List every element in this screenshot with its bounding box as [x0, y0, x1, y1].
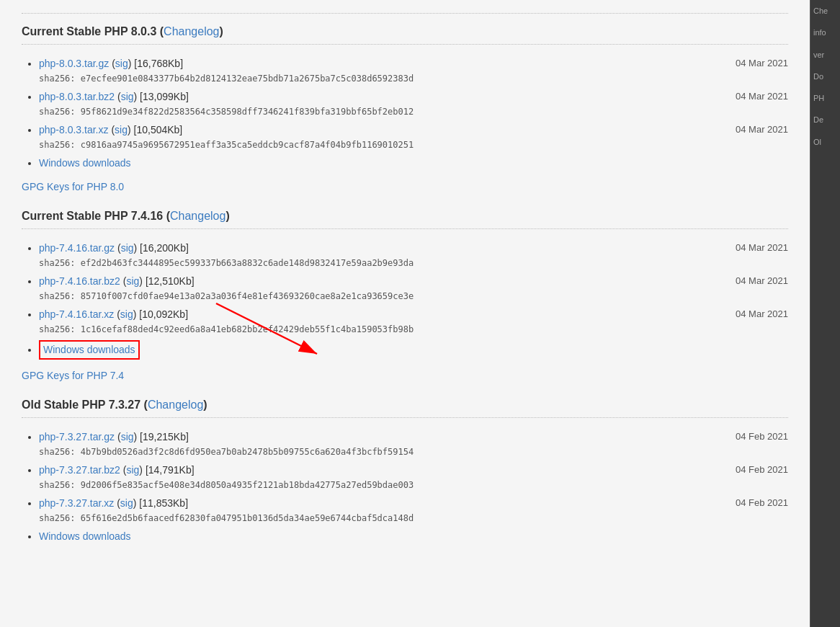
list-item: php-8.0.3.tar.bz2 (sig) [13,099Kb] 04 Ma…	[39, 89, 788, 118]
php7327-tar-bz2-sig-link[interactable]: sig	[126, 464, 139, 476]
php803-tar-xz-link[interactable]: php-8.0.3.tar.xz	[39, 124, 109, 135]
list-item: Windows downloads	[39, 529, 788, 544]
php80-gpg-link[interactable]: GPG Keys for PHP 8.0	[22, 181, 124, 192]
php7327-tar-xz-date: 04 Feb 2021	[736, 496, 788, 510]
php7416-tar-bz2-date: 04 Mar 2021	[736, 274, 788, 288]
php7327-windows-link[interactable]: Windows downloads	[39, 530, 131, 542]
php7416-tar-xz-sha: sha256: 1c16cefaf88ded4c92eed6a8a41eb682…	[39, 323, 788, 336]
sidebar-item-che[interactable]: Che	[813, 6, 837, 16]
php803-tar-gz-sha: sha256: e7ecfee901e0843377b64b2d8124132e…	[39, 72, 788, 85]
php803-tar-xz-date: 04 Mar 2021	[736, 123, 788, 137]
php80-file-list: php-8.0.3.tar.gz (sig) [16,768Kb] 04 Mar…	[22, 56, 788, 171]
sidebar-item-dev[interactable]: De	[813, 115, 837, 125]
php7327-tar-gz-sig-link[interactable]: sig	[121, 431, 134, 443]
php80-title: Current Stable PHP 8.0.3 (Changelog)	[22, 25, 788, 38]
php74-section: Current Stable PHP 7.4.16 (Changelog) ph…	[22, 210, 788, 384]
php7327-tar-xz-sha: sha256: 65f616e2d5b6faacedf62830fa047951…	[39, 512, 788, 525]
php7327-tar-gz-link[interactable]: php-7.3.27.tar.gz	[39, 431, 115, 443]
list-item: php-8.0.3.tar.gz (sig) [16,768Kb] 04 Mar…	[39, 56, 788, 85]
sidebar-item-old[interactable]: Ol	[813, 137, 837, 147]
list-item: php-8.0.3.tar.xz (sig) [10,504Kb] 04 Mar…	[39, 123, 788, 151]
list-item: php-7.4.16.tar.bz2 (sig) [12,510Kb] 04 M…	[39, 274, 788, 303]
php7327-tar-xz-link[interactable]: php-7.3.27.tar.xz	[39, 497, 114, 509]
php803-tar-bz2-sha: sha256: 95f8621d9e34f822d2583564c358598d…	[39, 105, 788, 118]
php7416-tar-bz2-sig-link[interactable]: sig	[126, 275, 139, 287]
php7327-tar-bz2-link[interactable]: php-7.3.27.tar.bz2	[39, 464, 120, 476]
php803-tar-gz-link[interactable]: php-8.0.3.tar.gz	[39, 58, 109, 69]
php803-windows-link[interactable]: Windows downloads	[39, 157, 131, 169]
php803-tar-xz-sig-link[interactable]: sig	[115, 124, 128, 135]
sidebar-item-ver[interactable]: ver	[813, 50, 837, 60]
php74-title: Current Stable PHP 7.4.16 (Changelog)	[22, 210, 788, 223]
php7327-tar-xz-sig-link[interactable]: sig	[120, 497, 133, 509]
php73-file-list: php-7.3.27.tar.gz (sig) [19,215Kb] 04 Fe…	[22, 430, 788, 544]
php7416-tar-gz-date: 04 Mar 2021	[736, 241, 788, 255]
php7327-tar-bz2-sha: sha256: 9d2006f5e835acf5e408e34d8050a493…	[39, 479, 788, 492]
php7416-tar-gz-link[interactable]: php-7.4.16.tar.gz	[39, 242, 115, 254]
php803-tar-gz-sig-link[interactable]: sig	[115, 58, 128, 69]
php74-changelog-link[interactable]: Changelog	[170, 210, 225, 222]
list-item: php-7.4.16.tar.xz (sig) [10,092Kb] 04 Ma…	[39, 307, 788, 336]
php73-changelog-link[interactable]: Changelog	[148, 399, 203, 411]
sidebar-item-php[interactable]: PH	[813, 93, 837, 103]
php7416-tar-bz2-link[interactable]: php-7.4.16.tar.bz2	[39, 275, 120, 287]
php803-tar-gz-date: 04 Mar 2021	[736, 56, 788, 71]
php74-gpg-link[interactable]: GPG Keys for PHP 7.4	[22, 370, 124, 381]
php7327-tar-gz-date: 04 Feb 2021	[736, 430, 788, 444]
php7416-tar-xz-link[interactable]: php-7.4.16.tar.xz	[39, 308, 114, 320]
php73-title: Old Stable PHP 7.3.27 (Changelog)	[22, 399, 788, 412]
sidebar: Che info ver Do PH De Ol	[810, 0, 840, 627]
php7327-tar-gz-sha: sha256: 4b7b9bd0526ad3f2c8d6fd950ea7b0ab…	[39, 445, 788, 458]
php80-changelog-link[interactable]: Changelog	[164, 25, 219, 37]
list-item: php-7.3.27.tar.xz (sig) [11,853Kb] 04 Fe…	[39, 496, 788, 525]
list-item: Windows downloads	[39, 340, 788, 360]
list-item: php-7.3.27.tar.bz2 (sig) [14,791Kb] 04 F…	[39, 463, 788, 492]
php803-tar-xz-sha: sha256: c9816aa9745a9695672951eaff3a35ca…	[39, 138, 788, 151]
php803-tar-bz2-date: 04 Mar 2021	[736, 89, 788, 104]
php7416-tar-gz-sha: sha256: ef2d2b463fc3444895ec599337b663a8…	[39, 257, 788, 270]
php803-tar-bz2-sig-link[interactable]: sig	[121, 91, 134, 102]
php7416-tar-xz-date: 04 Mar 2021	[736, 307, 788, 321]
sidebar-item-docs[interactable]: Do	[813, 71, 837, 81]
php803-tar-bz2-link[interactable]: php-8.0.3.tar.bz2	[39, 91, 115, 102]
list-item: php-7.4.16.tar.gz (sig) [16,200Kb] 04 Ma…	[39, 241, 788, 270]
php80-section: Current Stable PHP 8.0.3 (Changelog) php…	[22, 13, 788, 195]
windows-highlighted-box: Windows downloads	[39, 340, 140, 360]
list-item: Windows downloads	[39, 156, 788, 171]
list-item: php-7.3.27.tar.gz (sig) [19,215Kb] 04 Fe…	[39, 430, 788, 458]
php7327-tar-bz2-date: 04 Feb 2021	[736, 463, 788, 477]
sidebar-item-info[interactable]: info	[813, 27, 837, 37]
php74-file-list: php-7.4.16.tar.gz (sig) [16,200Kb] 04 Ma…	[22, 241, 788, 360]
php73-section: Old Stable PHP 7.3.27 (Changelog) php-7.…	[22, 399, 788, 544]
php7416-tar-xz-sig-link[interactable]: sig	[120, 308, 133, 320]
php7416-windows-link[interactable]: Windows downloads	[43, 344, 135, 355]
php7416-tar-bz2-sha: sha256: 85710f007cfd0fae94e13a02a3a036f4…	[39, 290, 788, 303]
php7416-tar-gz-sig-link[interactable]: sig	[121, 242, 134, 254]
